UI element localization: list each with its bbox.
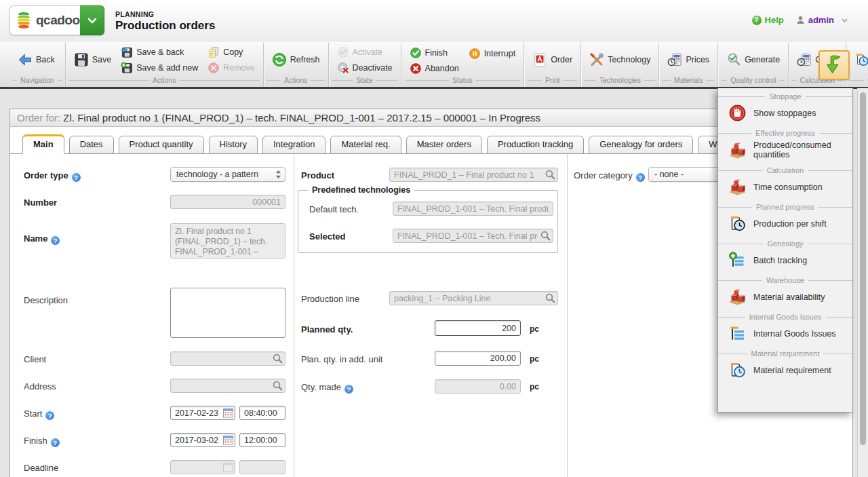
- toolbar-group-materials: Prices Materials: [659, 43, 718, 87]
- search-icon[interactable]: [273, 381, 283, 391]
- save-and-back-button[interactable]: Save & back: [119, 45, 200, 59]
- changeover-button[interactable]: Changeover: [852, 52, 868, 68]
- side-panel-expand-button[interactable]: [818, 50, 850, 80]
- selected-tech-label: Selected: [309, 231, 345, 242]
- order-header-prefix: Order for:: [17, 112, 60, 123]
- finish-date-field: [170, 433, 235, 447]
- toolbar-group-label: Quality control: [718, 75, 788, 87]
- tools-icon: [589, 52, 604, 67]
- page-scrollbar-thumb[interactable]: [860, 92, 866, 445]
- finish-time-field[interactable]: [239, 433, 285, 447]
- page-scrollbar[interactable]: [857, 88, 868, 477]
- calendar-icon[interactable]: [223, 435, 233, 445]
- generate-button[interactable]: Generate: [724, 52, 782, 68]
- menu-item-show-stoppages[interactable]: Show stoppages: [718, 101, 852, 126]
- tab-history[interactable]: History: [209, 136, 258, 154]
- logo: qcadoo: [9, 5, 104, 35]
- help-link[interactable]: ? Help: [752, 15, 784, 25]
- qty-made-label: Qty. made?: [301, 382, 353, 394]
- user-icon: [796, 16, 805, 24]
- menu-item-material-availability[interactable]: Material availability: [718, 285, 852, 310]
- default-tech-field: [393, 202, 553, 216]
- plan-qty-add-unit-field[interactable]: [435, 351, 521, 366]
- panel-group-label: Planned progress: [718, 203, 852, 211]
- calculator-clock-icon: [797, 52, 812, 67]
- help-icon[interactable]: ?: [45, 411, 54, 420]
- help-icon[interactable]: ?: [344, 385, 353, 394]
- order-type-label: Order type?: [24, 170, 81, 182]
- interrupt-button[interactable]: Interrupt: [467, 47, 518, 60]
- menu-dropdown-button[interactable]: [80, 5, 104, 35]
- back-button[interactable]: Back: [16, 52, 57, 68]
- help-icon[interactable]: ?: [636, 173, 645, 182]
- calendar-icon[interactable]: [223, 408, 233, 418]
- list-plus-icon: [728, 251, 747, 269]
- user-name: admin: [808, 15, 834, 25]
- menu-item-produced-consumed-quantities[interactable]: Produced/consumed quantities: [718, 138, 852, 164]
- abandon-button[interactable]: Abandon: [408, 62, 461, 75]
- save-add-icon: [121, 62, 133, 74]
- tab-genealogy-for-orders[interactable]: Genealogy for orders: [589, 136, 693, 154]
- start-time-field[interactable]: [239, 406, 285, 420]
- toolbar-group-label: Actions: [264, 75, 328, 87]
- client-label: Client: [24, 354, 46, 364]
- toolbar-group-label: State: [329, 75, 401, 87]
- tab-production-tracking[interactable]: Production tracking: [487, 136, 584, 154]
- ribbon-toolbar: Back Navigation Save Save & back: [0, 42, 868, 87]
- stop-hand-icon: [728, 104, 747, 122]
- menu-item-production-per-shift[interactable]: Production per shift: [718, 212, 852, 237]
- panel-group-label: Calculation: [718, 166, 852, 174]
- calculator-clock-icon: [667, 52, 682, 67]
- copy-button[interactable]: Copy: [205, 45, 257, 59]
- prices-button[interactable]: Prices: [665, 52, 711, 68]
- menu-item-internal-goods-issues[interactable]: Internal Goods Issues: [718, 322, 852, 347]
- search-icon[interactable]: [540, 231, 551, 241]
- tab-main[interactable]: Main: [22, 134, 64, 154]
- finish-button[interactable]: Finish: [408, 46, 461, 60]
- tab-integration[interactable]: Integration: [262, 136, 326, 154]
- order-category-label: Order category?: [574, 170, 645, 182]
- menu-item-time-consumption[interactable]: Time consumption: [718, 175, 852, 200]
- toolbar-group-print: Order Print: [524, 43, 581, 87]
- menu-item-material-requirement[interactable]: Material requirement: [718, 358, 852, 383]
- save-and-add-new-button[interactable]: Save & add new: [119, 61, 200, 75]
- print-order-button[interactable]: Order: [530, 52, 574, 68]
- panel-group-label: Genealogy: [718, 240, 852, 248]
- default-tech-label: Default tech.: [309, 204, 359, 214]
- pdf-icon: [532, 52, 547, 67]
- tab-master-orders[interactable]: Master orders: [406, 136, 482, 154]
- tab-material-req[interactable]: Material req.: [330, 136, 401, 154]
- help-icon[interactable]: ?: [51, 438, 60, 447]
- module-name: PLANNING: [115, 10, 215, 18]
- panel-group-label: Material requirement: [718, 349, 852, 358]
- help-icon[interactable]: ?: [51, 236, 60, 245]
- address-label: Address: [24, 381, 56, 392]
- chevron-down-icon: [842, 18, 848, 22]
- technology-button[interactable]: Technology: [587, 52, 652, 68]
- qcadoo-logo[interactable]: qcadoo: [9, 5, 80, 35]
- save-button[interactable]: Save: [72, 52, 114, 68]
- save-back-icon: [121, 46, 133, 58]
- interrupt-icon: [469, 47, 481, 60]
- description-field[interactable]: [170, 288, 285, 338]
- product-label: Product: [301, 170, 334, 180]
- deactivate-button[interactable]: Deactivate: [335, 61, 395, 75]
- copy-icon: [208, 46, 220, 58]
- remove-icon: [208, 62, 220, 74]
- tab-product-quantity[interactable]: Product quantity: [119, 136, 204, 154]
- user-menu[interactable]: admin: [796, 15, 848, 25]
- refresh-button[interactable]: Refresh: [270, 52, 322, 68]
- magnifier-check-icon: [726, 52, 741, 67]
- order-type-select[interactable]: technology - a pattern: [170, 167, 285, 182]
- help-icon[interactable]: ?: [72, 173, 81, 182]
- predefined-technologies-fieldset: Predefined technologies: [298, 185, 558, 253]
- back-arrow-icon: [18, 52, 33, 67]
- menu-item-batch-tracking[interactable]: Batch tracking: [718, 248, 852, 273]
- planned-qty-field[interactable]: [435, 320, 521, 336]
- deadline-date-field: [170, 460, 235, 474]
- fieldset-legend: Predefined technologies: [308, 185, 414, 195]
- tab-dates[interactable]: Dates: [69, 136, 114, 154]
- search-icon[interactable]: [545, 293, 555, 303]
- search-icon[interactable]: [273, 354, 283, 364]
- search-icon[interactable]: [545, 170, 555, 180]
